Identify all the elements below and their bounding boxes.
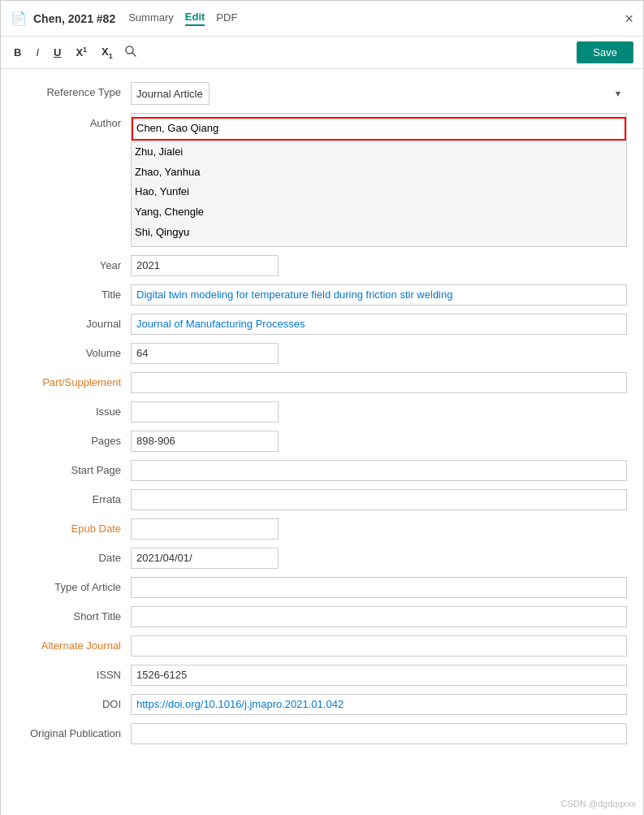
author-line: Zhao, Yanhua xyxy=(132,163,626,183)
start-page-label: Start Page xyxy=(17,460,131,476)
volume-row: Volume xyxy=(17,343,627,364)
year-row: Year xyxy=(17,255,627,276)
date-input[interactable] xyxy=(131,548,279,569)
header: 📄 Chen, 2021 #82 Summary Edit PDF × xyxy=(1,1,643,37)
journal-row: Journal xyxy=(17,314,627,335)
author-line: Yang, Chengle xyxy=(132,202,626,223)
watermark: CSDN @dgdqqxxx xyxy=(561,799,636,808)
epub-date-input[interactable] xyxy=(131,518,279,540)
subscript-button[interactable]: X1 xyxy=(98,44,116,62)
short-title-row: Short Title xyxy=(17,606,627,627)
start-page-row: Start Page xyxy=(17,460,627,481)
year-label: Year xyxy=(17,255,131,271)
pages-label: Pages xyxy=(17,431,131,447)
start-page-input[interactable] xyxy=(131,460,627,481)
issue-row: Issue xyxy=(17,401,627,423)
short-title-input[interactable] xyxy=(131,606,627,627)
save-button[interactable]: Save xyxy=(577,41,633,63)
document-icon: 📄 xyxy=(11,11,27,26)
toolbar: B I U X1 X1 Save xyxy=(1,37,643,69)
part-supplement-input[interactable] xyxy=(131,372,627,393)
short-title-label: Short Title xyxy=(17,606,131,622)
original-publication-input[interactable] xyxy=(131,723,627,744)
alternate-journal-label: Alternate Journal xyxy=(17,635,131,652)
reference-type-wrapper: Journal Article ▾ xyxy=(131,82,627,105)
author-line: Hao, Yunfei xyxy=(132,182,626,202)
issue-label: Issue xyxy=(17,401,131,418)
issue-input[interactable] xyxy=(131,401,279,423)
author-line: Shi, Qingyu xyxy=(132,223,626,243)
author-row: Author Chen, Gao Qiang Zhu, Jialei Zhao,… xyxy=(17,113,627,247)
original-publication-row: Original Publication xyxy=(17,723,627,744)
reference-title: Chen, 2021 #82 xyxy=(33,12,115,25)
volume-label: Volume xyxy=(17,343,131,359)
errata-label: Errata xyxy=(17,489,131,505)
pages-row: Pages xyxy=(17,431,627,452)
reference-type-row: Reference Type Journal Article ▾ xyxy=(17,82,627,105)
alternate-journal-input[interactable] xyxy=(131,635,627,657)
epub-date-row: Epub Date xyxy=(17,518,627,540)
errata-row: Errata xyxy=(17,489,627,510)
type-of-article-input[interactable] xyxy=(131,577,627,598)
tab-pdf[interactable]: PDF xyxy=(216,11,237,25)
author-label: Author xyxy=(17,113,131,129)
author-first: Chen, Gao Qiang xyxy=(132,117,626,141)
pages-input[interactable] xyxy=(131,431,279,452)
year-input[interactable] xyxy=(131,255,279,276)
reference-type-select[interactable]: Journal Article xyxy=(131,82,210,105)
date-label: Date xyxy=(17,548,131,564)
epub-date-label: Epub Date xyxy=(17,518,131,535)
doi-input[interactable] xyxy=(131,694,627,715)
journal-label: Journal xyxy=(17,314,131,330)
chevron-down-icon: ▾ xyxy=(616,88,620,99)
doi-label: DOI xyxy=(17,694,131,710)
title-row: Title xyxy=(17,284,627,306)
italic-button[interactable]: I xyxy=(32,45,42,60)
svg-line-1 xyxy=(132,53,136,56)
tab-summary[interactable]: Summary xyxy=(128,11,174,25)
doi-row: DOI xyxy=(17,694,627,715)
title-label: Title xyxy=(17,284,131,301)
tab-edit[interactable]: Edit xyxy=(185,11,205,26)
errata-input[interactable] xyxy=(131,489,627,510)
bold-button[interactable]: B xyxy=(11,45,24,60)
author-line: Zhu, Jialei xyxy=(132,142,626,163)
original-publication-label: Original Publication xyxy=(17,723,131,739)
search-button[interactable] xyxy=(124,45,137,60)
title-input[interactable] xyxy=(131,284,627,306)
journal-input[interactable] xyxy=(131,314,627,335)
author-field[interactable]: Chen, Gao Qiang Zhu, Jialei Zhao, Yanhua… xyxy=(131,113,627,247)
close-button[interactable]: × xyxy=(625,11,633,26)
form-area: Reference Type Journal Article ▾ Author … xyxy=(1,69,643,815)
part-supplement-row: Part/Supplement xyxy=(17,372,627,393)
alternate-journal-row: Alternate Journal xyxy=(17,635,627,657)
type-of-article-row: Type of Article xyxy=(17,577,627,598)
volume-input[interactable] xyxy=(131,343,279,364)
underline-button[interactable]: U xyxy=(50,45,64,60)
reference-type-label: Reference Type xyxy=(17,82,131,98)
issn-label: ISSN xyxy=(17,665,131,681)
issn-input[interactable] xyxy=(131,665,627,686)
type-of-article-label: Type of Article xyxy=(17,577,131,593)
issn-row: ISSN xyxy=(17,665,627,686)
date-row: Date xyxy=(17,548,627,569)
superscript-button[interactable]: X1 xyxy=(72,44,90,60)
part-supplement-label: Part/Supplement xyxy=(17,372,131,388)
